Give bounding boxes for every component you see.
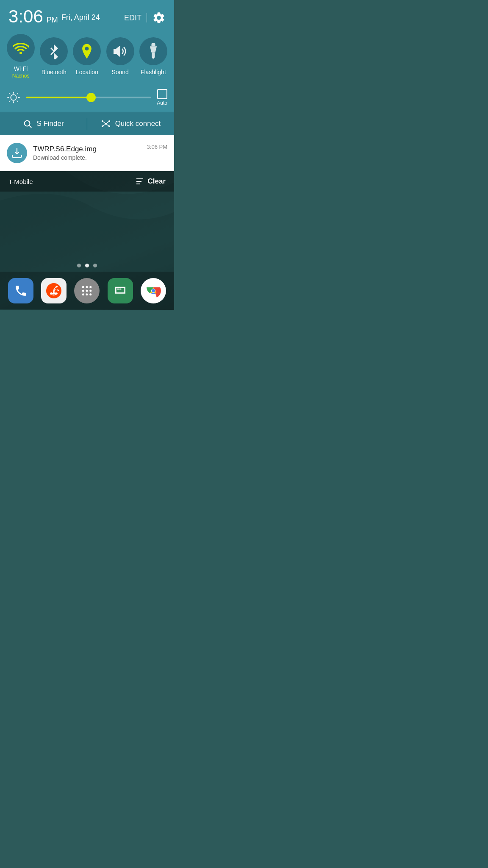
wifi-sublabel: Nachos	[12, 73, 30, 79]
settings-icon[interactable]	[152, 11, 166, 25]
notification-subtitle: Download complete.	[33, 154, 141, 161]
auto-label: Auto	[157, 100, 167, 106]
s-finder-label: S Finder	[36, 120, 64, 128]
notification-icon-circle	[7, 143, 27, 163]
dock-chat-icon[interactable]	[108, 278, 133, 303]
notification-footer: T-Mobile Clear	[0, 171, 174, 192]
dock-apps-icon[interactable]	[74, 278, 100, 303]
dock-chrome-icon[interactable]	[141, 278, 166, 303]
brightness-row: Auto	[0, 86, 174, 112]
svg-point-26	[86, 290, 88, 292]
svg-point-27	[90, 290, 92, 292]
finder-quickconnect-row: S Finder Quick connect	[0, 112, 174, 135]
brightness-slider[interactable]	[26, 97, 151, 98]
location-label: Location	[76, 69, 98, 75]
brightness-thumb	[86, 93, 96, 102]
status-actions: EDIT	[124, 8, 166, 25]
flashlight-toggle[interactable]: Flashlight	[139, 37, 167, 75]
wifi-icon	[13, 42, 29, 54]
svg-point-25	[82, 290, 84, 292]
notification-time: 3:06 PM	[147, 144, 167, 150]
auto-brightness-toggle[interactable]: Auto	[157, 89, 167, 106]
svg-rect-0	[151, 43, 155, 46]
page-dot-2[interactable]	[93, 264, 97, 267]
download-icon	[11, 147, 22, 159]
status-bar: 3:06 PM Fri, April 24 EDIT	[0, 0, 174, 30]
svg-point-19	[55, 292, 55, 293]
wifi-label: Wi-Fi	[14, 65, 28, 72]
svg-rect-1	[152, 53, 155, 58]
quick-connect-icon	[101, 119, 111, 129]
quick-connect-button[interactable]: Quick connect	[87, 112, 174, 135]
sound-icon	[113, 45, 128, 58]
svg-point-29	[86, 293, 88, 295]
location-toggle-circle	[73, 37, 101, 65]
page-dot-1[interactable]	[85, 264, 89, 267]
notification-title: TWRP.S6.Edge.img	[33, 145, 141, 153]
brightness-fill	[26, 97, 91, 98]
page-dots	[0, 264, 174, 267]
page-dot-0[interactable]	[77, 264, 81, 267]
clear-label[interactable]: Clear	[147, 177, 166, 186]
status-time-group: 3:06 PM Fri, April 24	[8, 8, 100, 25]
sound-label: Sound	[111, 69, 128, 75]
dock-reddit-icon[interactable]	[41, 278, 67, 303]
svg-point-34	[152, 289, 155, 292]
status-divider	[147, 13, 147, 22]
time-display: 3:06	[8, 8, 43, 25]
clear-icon	[136, 178, 144, 185]
sound-toggle-circle	[106, 37, 134, 65]
svg-line-12	[103, 124, 106, 126]
brightness-icon	[7, 91, 20, 104]
bluetooth-toggle[interactable]: Bluetooth	[40, 37, 68, 75]
bluetooth-icon	[48, 43, 60, 59]
quick-connect-label: Quick connect	[115, 120, 161, 128]
svg-point-28	[82, 293, 84, 295]
s-finder-button[interactable]: S Finder	[0, 112, 87, 135]
svg-point-3	[25, 121, 30, 126]
wifi-toggle[interactable]: Wi-Fi Nachos	[7, 34, 35, 79]
svg-line-10	[103, 121, 106, 124]
bluetooth-label: Bluetooth	[42, 69, 67, 75]
flashlight-icon	[148, 43, 159, 59]
svg-line-4	[30, 125, 32, 128]
svg-point-24	[90, 286, 92, 288]
svg-rect-2	[152, 57, 154, 59]
edit-button[interactable]: EDIT	[124, 14, 141, 22]
svg-point-30	[90, 293, 92, 295]
notification-content: TWRP.S6.Edge.img Download complete.	[33, 145, 141, 161]
flashlight-label: Flashlight	[141, 69, 166, 75]
date-display: Fri, April 24	[61, 13, 100, 22]
location-toggle[interactable]: Location	[73, 37, 101, 75]
flashlight-toggle-circle	[139, 37, 167, 65]
sound-toggle[interactable]: Sound	[106, 37, 134, 75]
svg-line-13	[106, 124, 109, 126]
svg-line-11	[106, 121, 109, 124]
dock-phone-icon[interactable]	[8, 278, 33, 303]
carrier-label: T-Mobile	[8, 178, 33, 185]
svg-point-22	[82, 286, 84, 288]
ampm-display: PM	[47, 16, 58, 25]
dock	[0, 272, 174, 310]
bluetooth-toggle-circle	[40, 37, 68, 65]
location-icon	[80, 43, 94, 59]
search-icon	[23, 119, 32, 128]
notification-card[interactable]: TWRP.S6.Edge.img Download complete. 3:06…	[0, 135, 174, 171]
wifi-toggle-circle	[7, 34, 35, 62]
quick-toggles-row: Wi-Fi Nachos Bluetooth Location	[0, 30, 174, 86]
clear-button[interactable]: Clear	[136, 177, 166, 186]
svg-point-23	[86, 286, 88, 288]
notification-panel: 3:06 PM Fri, April 24 EDIT Wi-Fi	[0, 0, 174, 192]
auto-checkbox	[157, 89, 167, 99]
svg-point-18	[52, 292, 53, 293]
